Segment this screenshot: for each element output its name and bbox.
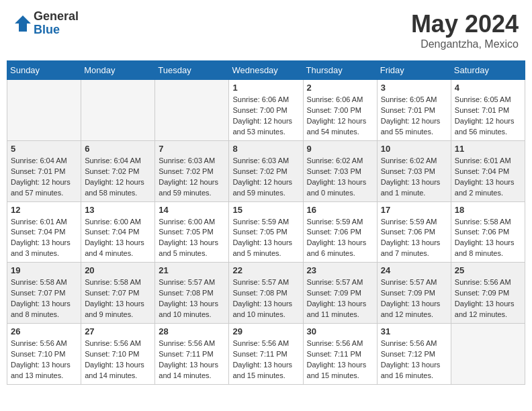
day-number: 1	[232, 83, 299, 93]
day-number: 3	[381, 83, 447, 93]
day-number: 17	[381, 205, 447, 215]
day-info: Sunrise: 5:59 AM Sunset: 7:05 PM Dayligh…	[232, 217, 299, 260]
calendar-cell	[7, 80, 81, 141]
calendar-cell: 7Sunrise: 6:03 AM Sunset: 7:02 PM Daylig…	[155, 140, 229, 201]
calendar-cell: 22Sunrise: 5:57 AM Sunset: 7:08 PM Dayli…	[229, 263, 303, 324]
day-number: 29	[232, 326, 299, 336]
calendar-cell: 24Sunrise: 5:57 AM Sunset: 7:09 PM Dayli…	[377, 263, 451, 324]
day-number: 20	[85, 265, 151, 275]
day-info: Sunrise: 6:04 AM Sunset: 7:02 PM Dayligh…	[85, 156, 151, 199]
day-info: Sunrise: 5:56 AM Sunset: 7:10 PM Dayligh…	[85, 338, 151, 381]
day-number: 10	[381, 144, 447, 154]
day-number: 2	[307, 83, 373, 93]
calendar-cell: 10Sunrise: 6:02 AM Sunset: 7:03 PM Dayli…	[377, 140, 451, 201]
day-number: 6	[85, 144, 151, 154]
calendar-cell	[451, 324, 525, 385]
weekday-header-friday: Friday	[377, 61, 451, 80]
page-header: General Blue May 2024 Dengantzha, Mexico	[7, 7, 525, 54]
calendar-cell: 12Sunrise: 6:01 AM Sunset: 7:04 PM Dayli…	[7, 201, 81, 263]
calendar-cell: 18Sunrise: 5:58 AM Sunset: 7:06 PM Dayli…	[451, 201, 525, 263]
day-info: Sunrise: 5:56 AM Sunset: 7:12 PM Dayligh…	[381, 338, 447, 381]
day-info: Sunrise: 6:03 AM Sunset: 7:02 PM Dayligh…	[232, 156, 299, 199]
calendar-week-row: 1Sunrise: 6:06 AM Sunset: 7:00 PM Daylig…	[7, 80, 525, 141]
calendar-cell: 4Sunrise: 6:05 AM Sunset: 7:01 PM Daylig…	[451, 80, 525, 141]
day-number: 15	[232, 205, 299, 215]
calendar-cell: 17Sunrise: 5:59 AM Sunset: 7:06 PM Dayli…	[377, 201, 451, 263]
day-number: 16	[307, 205, 373, 215]
svg-marker-0	[15, 15, 31, 32]
weekday-header-saturday: Saturday	[451, 61, 525, 80]
calendar-cell: 8Sunrise: 6:03 AM Sunset: 7:02 PM Daylig…	[229, 140, 303, 201]
calendar-cell: 16Sunrise: 5:59 AM Sunset: 7:06 PM Dayli…	[303, 201, 377, 263]
calendar-cell: 3Sunrise: 6:05 AM Sunset: 7:01 PM Daylig…	[377, 80, 451, 141]
day-info: Sunrise: 5:56 AM Sunset: 7:11 PM Dayligh…	[232, 338, 299, 381]
day-info: Sunrise: 5:56 AM Sunset: 7:10 PM Dayligh…	[11, 338, 77, 381]
calendar-week-row: 5Sunrise: 6:04 AM Sunset: 7:01 PM Daylig…	[7, 140, 525, 201]
calendar-cell: 11Sunrise: 6:01 AM Sunset: 7:04 PM Dayli…	[451, 140, 525, 201]
day-number: 7	[159, 144, 225, 154]
day-info: Sunrise: 5:58 AM Sunset: 7:07 PM Dayligh…	[85, 277, 151, 320]
day-info: Sunrise: 6:06 AM Sunset: 7:00 PM Dayligh…	[307, 95, 373, 138]
weekday-header-row: SundayMondayTuesdayWednesdayThursdayFrid…	[7, 61, 525, 80]
weekday-header-sunday: Sunday	[7, 61, 81, 80]
day-info: Sunrise: 6:00 AM Sunset: 7:04 PM Dayligh…	[85, 217, 151, 260]
day-number: 5	[11, 144, 77, 154]
calendar-cell: 14Sunrise: 6:00 AM Sunset: 7:05 PM Dayli…	[155, 201, 229, 263]
day-number: 12	[11, 205, 77, 215]
day-info: Sunrise: 5:59 AM Sunset: 7:06 PM Dayligh…	[381, 217, 447, 260]
day-number: 23	[307, 265, 373, 275]
day-number: 30	[307, 326, 373, 336]
day-info: Sunrise: 6:00 AM Sunset: 7:05 PM Dayligh…	[159, 217, 225, 260]
calendar-cell: 27Sunrise: 5:56 AM Sunset: 7:10 PM Dayli…	[81, 324, 155, 385]
day-number: 26	[11, 326, 77, 336]
day-info: Sunrise: 6:05 AM Sunset: 7:01 PM Dayligh…	[381, 95, 447, 138]
day-number: 22	[232, 265, 299, 275]
weekday-header-tuesday: Tuesday	[155, 61, 229, 80]
day-number: 11	[455, 144, 521, 154]
logo-text: General Blue	[34, 10, 79, 37]
calendar-cell: 21Sunrise: 5:57 AM Sunset: 7:08 PM Dayli…	[155, 263, 229, 324]
day-info: Sunrise: 5:57 AM Sunset: 7:09 PM Dayligh…	[381, 277, 447, 320]
calendar-cell: 29Sunrise: 5:56 AM Sunset: 7:11 PM Dayli…	[229, 324, 303, 385]
day-info: Sunrise: 6:05 AM Sunset: 7:01 PM Dayligh…	[455, 95, 521, 138]
day-info: Sunrise: 5:58 AM Sunset: 7:07 PM Dayligh…	[11, 277, 77, 320]
day-info: Sunrise: 5:58 AM Sunset: 7:06 PM Dayligh…	[455, 217, 521, 260]
day-info: Sunrise: 5:57 AM Sunset: 7:09 PM Dayligh…	[307, 277, 373, 320]
day-info: Sunrise: 6:04 AM Sunset: 7:01 PM Dayligh…	[11, 156, 77, 199]
day-number: 8	[232, 144, 299, 154]
day-number: 19	[11, 265, 77, 275]
weekday-header-thursday: Thursday	[303, 61, 377, 80]
day-info: Sunrise: 5:57 AM Sunset: 7:08 PM Dayligh…	[232, 277, 299, 320]
calendar-cell: 19Sunrise: 5:58 AM Sunset: 7:07 PM Dayli…	[7, 263, 81, 324]
day-number: 24	[381, 265, 447, 275]
calendar-week-row: 26Sunrise: 5:56 AM Sunset: 7:10 PM Dayli…	[7, 324, 525, 385]
calendar-cell: 23Sunrise: 5:57 AM Sunset: 7:09 PM Dayli…	[303, 263, 377, 324]
location: Dengantzha, Mexico	[411, 38, 519, 50]
calendar-cell: 5Sunrise: 6:04 AM Sunset: 7:01 PM Daylig…	[7, 140, 81, 201]
logo-general: General	[34, 10, 79, 24]
day-info: Sunrise: 6:02 AM Sunset: 7:03 PM Dayligh…	[381, 156, 447, 199]
day-info: Sunrise: 6:01 AM Sunset: 7:04 PM Dayligh…	[455, 156, 521, 199]
calendar-cell: 1Sunrise: 6:06 AM Sunset: 7:00 PM Daylig…	[229, 80, 303, 141]
month-title: May 2024	[411, 10, 519, 38]
day-number: 21	[159, 265, 225, 275]
calendar-cell: 26Sunrise: 5:56 AM Sunset: 7:10 PM Dayli…	[7, 324, 81, 385]
calendar-table: SundayMondayTuesdayWednesdayThursdayFrid…	[7, 60, 525, 385]
day-info: Sunrise: 5:56 AM Sunset: 7:11 PM Dayligh…	[159, 338, 225, 381]
calendar-cell	[155, 80, 229, 141]
day-number: 18	[455, 205, 521, 215]
calendar-cell: 6Sunrise: 6:04 AM Sunset: 7:02 PM Daylig…	[81, 140, 155, 201]
logo: General Blue	[13, 10, 79, 37]
day-number: 31	[381, 326, 447, 336]
day-info: Sunrise: 5:59 AM Sunset: 7:06 PM Dayligh…	[307, 217, 373, 260]
logo-blue: Blue	[34, 24, 79, 37]
day-number: 25	[455, 265, 521, 275]
day-info: Sunrise: 6:06 AM Sunset: 7:00 PM Dayligh…	[232, 95, 299, 138]
title-area: May 2024 Dengantzha, Mexico	[411, 10, 519, 50]
calendar-week-row: 19Sunrise: 5:58 AM Sunset: 7:07 PM Dayli…	[7, 263, 525, 324]
day-number: 27	[85, 326, 151, 336]
weekday-header-monday: Monday	[81, 61, 155, 80]
day-info: Sunrise: 5:57 AM Sunset: 7:08 PM Dayligh…	[159, 277, 225, 320]
day-number: 9	[307, 144, 373, 154]
calendar-cell: 2Sunrise: 6:06 AM Sunset: 7:00 PM Daylig…	[303, 80, 377, 141]
